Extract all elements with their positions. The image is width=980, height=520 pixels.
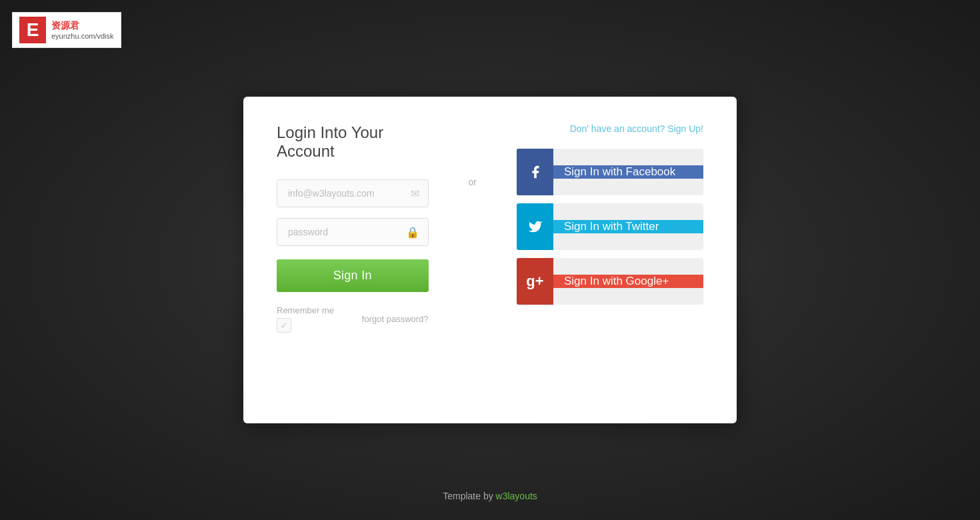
twitter-signin-button[interactable]: Sign In with Twitter — [517, 203, 703, 250]
login-form-section: Login Into Your Account ✉ 🔒 Sign In Reme… — [277, 123, 429, 333]
google-icon: g+ — [517, 258, 553, 305]
signup-link[interactable]: Don' have an account? Sign Up! — [517, 123, 703, 134]
facebook-signin-button[interactable]: Sign In with Facebook — [517, 149, 703, 195]
email-icon: ✉ — [411, 187, 419, 200]
remember-label: Remember me — [277, 305, 334, 315]
logo-text: 资源君 eyunzhu.com/vdisk — [51, 19, 114, 41]
footer: Template by w3layouts — [443, 491, 537, 501]
twitter-signin-label: Sign In with Twitter — [553, 220, 703, 233]
logo-url: eyunzhu.com/vdisk — [51, 31, 114, 41]
twitter-icon — [517, 203, 553, 250]
or-divider: or — [469, 123, 477, 187]
password-wrapper: 🔒 — [277, 218, 429, 246]
google-signin-button[interactable]: g+ Sign In with Google+ — [517, 258, 703, 305]
or-label: or — [469, 177, 477, 187]
logo-letter: E — [19, 17, 46, 43]
remember-me-section: Remember me — [277, 305, 334, 333]
form-title: Login Into Your Account — [277, 123, 429, 161]
email-wrapper: ✉ — [277, 179, 429, 207]
facebook-icon — [517, 149, 553, 195]
facebook-signin-label: Sign In with Facebook — [553, 165, 703, 179]
social-login-section: Don' have an account? Sign Up! Sign In w… — [517, 123, 703, 313]
lock-icon: 🔒 — [406, 226, 419, 239]
google-signin-label: Sign In with Google+ — [553, 275, 703, 288]
footer-link[interactable]: w3layouts — [496, 491, 537, 501]
footer-text: Template by — [443, 491, 495, 501]
logo-brand: 资源君 — [51, 19, 114, 31]
remember-checkbox[interactable] — [277, 318, 291, 333]
email-input[interactable] — [277, 179, 429, 207]
forgot-password-link[interactable]: forgot password? — [362, 314, 429, 324]
logo: E 资源君 eyunzhu.com/vdisk — [12, 12, 121, 48]
sign-in-button[interactable]: Sign In — [277, 259, 429, 292]
bottom-row: Remember me forgot password? — [277, 305, 429, 333]
login-card: Login Into Your Account ✉ 🔒 Sign In Reme… — [243, 97, 737, 423]
